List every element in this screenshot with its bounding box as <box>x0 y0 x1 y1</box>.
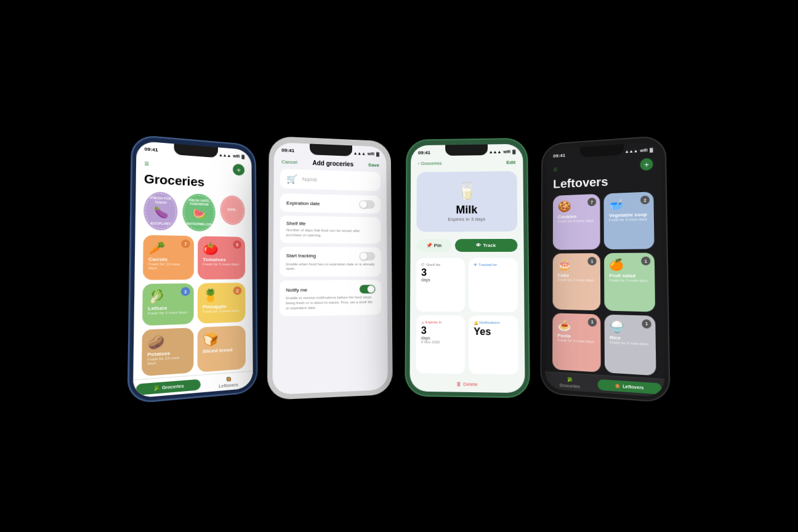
tab-groceries[interactable]: 🥦 Groceries <box>135 379 200 396</box>
groceries-tab-icon: 🥦 <box>567 377 573 383</box>
name-input[interactable]: Name <box>302 176 375 184</box>
pin-label: Pin <box>434 243 441 248</box>
badge-5: 5 <box>233 240 241 249</box>
expires-value: 3 <box>421 326 460 336</box>
phone-1-status-icons: ▲▲▲ wifi ▓ <box>219 152 244 158</box>
hero-sub: Expires in 3 days <box>448 216 486 222</box>
eye-icon: 👁 <box>476 243 481 248</box>
phone-3: 09:41 ▲▲▲ wifi ▓ ‹ Groceries Edit 🥛 <box>405 138 530 398</box>
expiration-date-field: Expiration date <box>280 193 381 214</box>
circle-eggplant[interactable]: FRESH FOR TODAY 🍆 EGGPLANT <box>143 191 178 230</box>
shelf-life-field: Shelf life Number of days that food can … <box>280 216 381 243</box>
hamburger-icon[interactable]: ≡ <box>553 166 557 174</box>
item-sub: Fresh for 14 more days <box>147 355 188 366</box>
pin-button[interactable]: 📌 Pin <box>416 239 451 252</box>
grocery-item-carrots[interactable]: 7 🥕 Carrots Fresh for 13 more days <box>143 235 194 280</box>
leftovers-tab-icon: 🥘 <box>615 383 621 389</box>
grocery-item-pineapple[interactable]: 2 🍍 Pineapple Fresh for 3 more days <box>198 283 246 324</box>
item-name: Carrots <box>148 257 188 262</box>
name-field[interactable]: 🛒 Name <box>280 169 381 191</box>
grocery-item-tomatoes[interactable]: 5 🍅 Tomatoes Fresh for 5 more days <box>198 236 245 280</box>
expires-date: 9 Nov 2020 <box>421 340 460 344</box>
start-tracking-toggle[interactable] <box>360 252 375 260</box>
phone-2-content: Cancel Add groceries Save 🛒 Name Expirat… <box>272 156 388 395</box>
leftover-item-vegetable-soup[interactable]: 2 🥣 Vegetable soup Fresh for 3 more days <box>603 191 654 249</box>
delete-label: Delete <box>463 381 478 387</box>
hero-emoji: 🥛 <box>456 181 477 201</box>
stat-expires: ⚠ Expires in 3 days 9 Nov 2020 <box>416 315 465 374</box>
eye-icon: 👁 <box>474 263 477 267</box>
item-name: Tomatoes <box>203 257 240 262</box>
track-label: Track <box>483 243 496 248</box>
leftover-item-rice[interactable]: 1 🍚 Rice Fresh for 3 more days <box>605 314 656 376</box>
add-button[interactable]: + <box>640 158 653 171</box>
battery-icon: ▓ <box>241 154 244 158</box>
shelf-life-value: 3 <box>421 268 460 278</box>
badge-1: 1 <box>642 319 651 328</box>
delete-button[interactable]: 🗑 Delete <box>414 381 520 388</box>
circle-expiry[interactable]: EXPIR... <box>220 195 244 225</box>
back-label: Groceries <box>421 161 441 166</box>
signal-icon: ▲▲▲ <box>489 149 502 153</box>
cart-icon: 🛒 <box>286 174 297 183</box>
item-sub: Fresh for 13 more days <box>148 262 189 270</box>
shelf-life-label: Shelf life <box>286 220 305 226</box>
grocery-item-bread[interactable]: 🍞 Sliced bread <box>198 326 246 373</box>
item-sub: Fresh for 3 more days <box>203 308 240 313</box>
signal-icon: ▲▲▲ <box>353 151 366 156</box>
start-tracking-field: Start tracking Enable when food has no e… <box>280 246 381 276</box>
phone-4-status-icons: ▲▲▲ wifi ▓ <box>624 147 653 153</box>
leftover-item-cake[interactable]: 1 🎂 Cake Fresh for 3 more days <box>552 253 600 310</box>
grocery-item-lettuce[interactable]: 3 🥬 Lettuce Fresh for 4 more days <box>142 283 194 326</box>
delete-section: 🗑 Delete <box>409 376 525 393</box>
leftovers-tab-icon: 🥘 <box>226 377 232 382</box>
wifi-icon: wifi <box>640 148 647 153</box>
save-button[interactable]: Save <box>368 162 379 167</box>
back-button[interactable]: ‹ Groceries <box>418 161 442 166</box>
item-name: Sliced bread <box>203 347 241 355</box>
hero-name: Milk <box>456 204 477 217</box>
cancel-button[interactable]: Cancel <box>281 159 297 165</box>
leftover-item-cookies[interactable]: 7 🍪 Cookies Fresh for 8 more days <box>553 194 600 250</box>
leftovers-tab-label: Leftovers <box>623 384 643 390</box>
phone-3-content: ‹ Groceries Edit 🥛 Milk Expires in 3 day… <box>409 157 525 393</box>
bell-icon: 🔔 <box>474 320 478 324</box>
item-sub: Fresh for 4 more days <box>148 310 188 315</box>
tab-leftovers[interactable]: 🥘 Leftovers <box>598 379 662 395</box>
edit-button[interactable]: Edit <box>506 159 515 165</box>
stats-grid: ⏱ Shelf life 3 days 👁 Tracked for ⚠ Expi… <box>410 256 525 377</box>
phone-2-status-icons: ▲▲▲ wifi ▓ <box>353 151 379 156</box>
detail-header: ‹ Groceries Edit <box>411 157 523 169</box>
phones-container: 09:41 ▲▲▲ wifi ▓ ≡ + Groceries F <box>110 112 688 420</box>
freshness-circles: FRESH FOR TODAY 🍆 EGGPLANT FRESH UNTIL T… <box>135 188 252 235</box>
wifi-icon: wifi <box>233 153 240 158</box>
item-sub: Fresh for 8 more days <box>558 219 595 223</box>
circle-watermelon[interactable]: FRESH UNTIL TOMORROW 🍉 WATERMELON <box>183 193 216 232</box>
phone-4-time: 09:41 <box>553 153 565 159</box>
battery-icon: ▓ <box>376 151 379 156</box>
tab-groceries[interactable]: 🥦 Groceries <box>545 376 595 390</box>
track-button[interactable]: 👁 Track <box>455 239 518 252</box>
groceries-tab-label: Groceries <box>162 384 184 390</box>
tab-leftovers[interactable]: 🥘 Leftovers <box>203 375 253 390</box>
groceries-grid: 7 🥕 Carrots Fresh for 13 more days 5 🍅 T… <box>133 232 252 379</box>
leftover-item-pasta[interactable]: 1 🍝 Pasta Fresh for 3 more days <box>552 313 601 373</box>
badge-7: 7 <box>181 240 190 248</box>
start-tracking-desc: Enable when food has no expiration date … <box>286 262 376 272</box>
expiration-toggle[interactable] <box>359 200 374 209</box>
leftover-item-fruit-salad[interactable]: 1 🍊 Fruit salad Fresh for 3 more days <box>604 253 655 312</box>
wifi-icon: wifi <box>503 149 510 153</box>
phone-2: 09:41 ▲▲▲ wifi ▓ Cancel Add groceries Sa… <box>267 136 393 400</box>
phone-4-content: ≡ + Leftovers 7 🍪 Cookies Fresh for 8 mo… <box>545 155 665 398</box>
phone-3-screen: 09:41 ▲▲▲ wifi ▓ ‹ Groceries Edit 🥛 <box>409 144 525 393</box>
signal-icon: ▲▲▲ <box>624 148 638 153</box>
notify-toggle[interactable] <box>360 285 376 294</box>
phone-3-time: 09:41 <box>418 150 430 155</box>
item-sub: Fresh for 3 more days <box>557 278 595 282</box>
tracked-for-label: 👁 Tracked for <box>474 263 513 267</box>
item-hero: 🥛 Milk Expires in 3 days <box>416 171 517 232</box>
warning-icon: ⚠ <box>421 320 424 324</box>
hamburger-icon[interactable]: ≡ <box>144 159 149 167</box>
grocery-item-potatoes[interactable]: 🥔 Potatoes Fresh for 14 more days <box>142 328 194 376</box>
add-button[interactable]: + <box>233 164 244 176</box>
